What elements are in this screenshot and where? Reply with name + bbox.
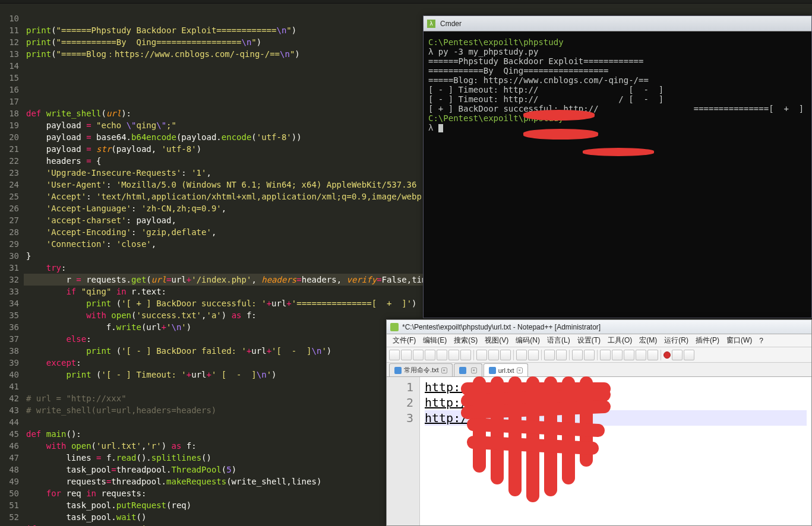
terminal-line: C:\Pentest\expoilt\phpstudy <box>428 37 807 47</box>
copy-icon[interactable] <box>488 350 499 360</box>
terminal-output[interactable]: C:\Pentest\expoilt\phpstudyλ py -3 my_ph… <box>424 31 811 318</box>
stop-icon[interactable] <box>684 350 694 360</box>
line-number-gutter: 1011121314151617181920212223242526272829… <box>0 4 24 526</box>
cmder-window[interactable]: λ Cmder C:\Pentest\expoilt\phpstudyλ py … <box>423 15 812 318</box>
terminal-line: [ - ] Timeout: http:// [ - ] <box>428 85 807 94</box>
redaction-mark <box>583 148 654 156</box>
menu-item[interactable]: 工具(O) <box>605 335 634 346</box>
terminal-line: C:\Pentest\expoilt\phpstudy <box>428 113 807 123</box>
notepadpp-menubar[interactable]: 文件(F)编辑(E)搜索(S)视图(V)编码(N)语言(L)设置(T)工具(O)… <box>387 334 811 347</box>
menu-item[interactable]: 插件(P) <box>693 335 722 346</box>
notepadpp-icon <box>390 323 399 331</box>
notepadpp-titlebar[interactable]: *C:\Pentest\expoilt\phpstudy\url.txt - N… <box>387 320 811 334</box>
notepadpp-title-text: *C:\Pentest\expoilt\phpstudy\url.txt - N… <box>402 323 601 331</box>
menu-item[interactable]: 视图(V) <box>482 335 511 346</box>
menu-item[interactable]: 宏(M) <box>637 335 659 346</box>
terminal-line: =====Blog: https://www.cnblogs.com/-qing… <box>428 75 807 85</box>
paste-icon[interactable] <box>500 350 511 360</box>
tab-label: 常用命令.txt <box>404 366 439 375</box>
find-icon[interactable] <box>544 350 555 360</box>
terminal-line: λ py -3 my_phpstudy.py <box>428 47 807 56</box>
terminal-line: ===========By Qing================= <box>428 66 807 75</box>
close-icon[interactable] <box>437 350 447 360</box>
indent-icon[interactable] <box>624 350 634 360</box>
save-all-icon[interactable] <box>425 350 435 360</box>
cut-icon[interactable] <box>476 350 487 360</box>
cmder-title-text: Cmder <box>440 20 462 28</box>
unfold-icon[interactable] <box>647 350 658 360</box>
save-icon[interactable] <box>413 350 424 360</box>
menu-item[interactable]: 文件(F) <box>390 335 418 346</box>
toolbar-separator <box>473 350 474 360</box>
redo-icon[interactable] <box>528 350 539 360</box>
wrap-icon[interactable] <box>600 350 611 360</box>
menu-item[interactable]: 语言(L) <box>545 335 573 346</box>
redaction-scribble <box>456 371 622 508</box>
menu-item[interactable]: 设置(T) <box>575 335 603 346</box>
file-icon <box>394 367 402 374</box>
undo-icon[interactable] <box>516 350 527 360</box>
open-icon[interactable] <box>401 350 412 360</box>
print-icon[interactable] <box>460 350 471 360</box>
toolbar-separator <box>541 350 542 360</box>
terminal-line: ======Phpstudy Backdoor Exploit=========… <box>428 56 807 66</box>
all-chars-icon[interactable] <box>612 350 623 360</box>
notepadpp-gutter: 123 <box>387 377 420 525</box>
menu-item[interactable]: ? <box>757 337 766 345</box>
file-tab[interactable]: 常用命令.txt× <box>389 363 453 376</box>
redaction-mark <box>523 110 595 121</box>
close-icon[interactable]: × <box>441 367 447 373</box>
replace-icon[interactable] <box>556 350 567 360</box>
notepadpp-text-area[interactable]: http://2/http://9/http:/// <box>420 377 811 525</box>
notepadpp-toolbar[interactable] <box>387 347 811 363</box>
terminal-line: λ <box>428 123 807 132</box>
cmder-titlebar[interactable]: λ Cmder <box>424 16 811 31</box>
new-icon[interactable] <box>389 350 400 360</box>
lambda-icon: λ <box>427 20 435 28</box>
menu-item[interactable]: 搜索(S) <box>451 335 480 346</box>
menu-item[interactable]: 编码(N) <box>513 335 542 346</box>
toolbar-separator <box>661 350 661 360</box>
cursor-icon <box>438 124 443 132</box>
notepadpp-window[interactable]: *C:\Pentest\expoilt\phpstudy\url.txt - N… <box>386 319 812 526</box>
redaction-mark <box>523 129 598 140</box>
toolbar-separator <box>597 350 598 360</box>
menu-item[interactable]: 编辑(E) <box>421 335 449 346</box>
zoom-out-icon[interactable] <box>584 350 595 360</box>
terminal-line: [ + ] BackDoor successful: http:// =====… <box>428 104 807 113</box>
toolbar-separator <box>569 350 570 360</box>
menu-item[interactable]: 窗口(W) <box>724 335 754 346</box>
zoom-in-icon[interactable] <box>572 350 583 360</box>
menu-item[interactable]: 运行(R) <box>662 335 691 346</box>
close-all-icon[interactable] <box>448 350 459 360</box>
rec-icon[interactable] <box>663 351 671 359</box>
play-icon[interactable] <box>672 350 683 360</box>
toolbar-separator <box>513 350 514 360</box>
fold-icon[interactable] <box>636 350 646 360</box>
terminal-line: [ - ] Timeout: http:// / [ - ] <box>428 94 807 104</box>
